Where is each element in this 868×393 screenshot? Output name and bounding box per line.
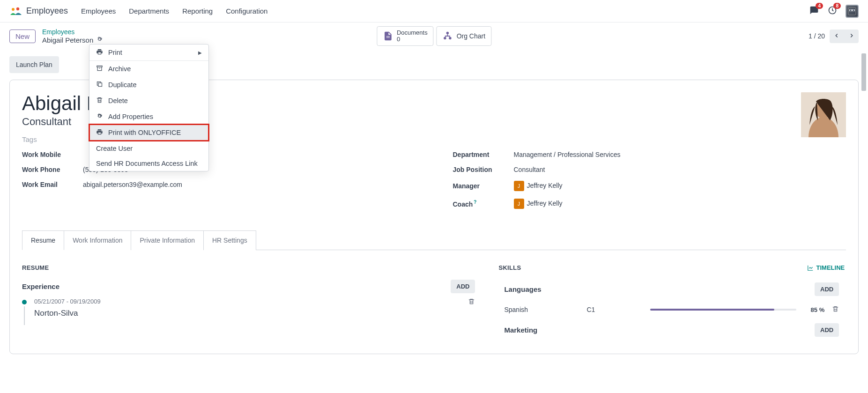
tab-hr-settings[interactable]: HR Settings	[203, 230, 256, 250]
app-title: Employees	[26, 6, 68, 16]
menu-create-user[interactable]: Create User	[89, 141, 208, 156]
orgchart-button[interactable]: Org Chart	[437, 26, 491, 46]
add-language-button[interactable]: ADD	[815, 282, 839, 296]
work-email-label: Work Email	[22, 181, 83, 188]
tab-work-information[interactable]: Work Information	[64, 230, 131, 250]
svg-rect-7	[97, 66, 102, 67]
breadcrumb-current: Abigail Peterson	[42, 36, 93, 44]
nav-employees[interactable]: Employees	[81, 7, 116, 15]
launch-plan-button[interactable]: Launch Plan	[9, 56, 59, 73]
resume-section-title: RESUME	[22, 264, 475, 271]
svg-point-11	[449, 37, 452, 40]
skill-percent: 85 %	[804, 306, 824, 313]
tab-resume[interactable]: Resume	[22, 230, 64, 250]
trash-icon	[96, 96, 104, 105]
menu-add-properties[interactable]: Add Properties	[89, 109, 208, 125]
svg-point-9	[446, 32, 449, 35]
pager-prev[interactable]	[830, 30, 844, 43]
skill-level: C1	[586, 306, 643, 313]
nav-departments[interactable]: Departments	[129, 7, 169, 15]
document-icon	[383, 31, 393, 41]
record-tabs: Resume Work Information Private Informat…	[22, 230, 846, 250]
print-icon	[96, 48, 104, 57]
work-email-value[interactable]: abigail.peterson39@example.com	[83, 181, 182, 188]
avatar-icon	[846, 6, 858, 17]
manager-value[interactable]: JJeffrey Kelly	[514, 181, 563, 191]
skill-name: Spanish	[504, 306, 579, 313]
department-value[interactable]: Management / Professional Services	[514, 151, 621, 158]
employees-logo-icon	[9, 7, 22, 16]
timeline-dot-icon	[22, 300, 27, 304]
activities-badge: 8	[833, 3, 841, 9]
svg-point-5	[853, 9, 854, 11]
skill-row[interactable]: Spanish C1 85 %	[498, 301, 845, 319]
documents-button[interactable]: Documents0	[377, 26, 434, 46]
svg-point-10	[444, 37, 446, 40]
manager-label: Manager	[453, 182, 514, 190]
delete-experience-button[interactable]	[468, 298, 475, 306]
nav-configuration[interactable]: Configuration	[226, 7, 267, 15]
orgchart-icon	[443, 31, 453, 41]
nav-reporting[interactable]: Reporting	[182, 7, 213, 15]
menu-send-hr-link[interactable]: Send HR Documents Access Link	[89, 156, 208, 171]
chevron-left-icon	[833, 32, 840, 39]
archive-icon	[96, 65, 104, 73]
chevron-right-icon: ▶	[198, 50, 202, 55]
menu-archive[interactable]: Archive	[89, 61, 208, 77]
topbar: Employees Employees Departments Reportin…	[0, 0, 868, 22]
messages-button[interactable]: 4	[809, 6, 819, 16]
jobposition-value[interactable]: Consultant	[514, 166, 545, 173]
avatar-icon: J	[514, 181, 524, 191]
timeline-link[interactable]: TIMELINE	[807, 264, 845, 271]
menu-print-onlyoffice[interactable]: Print with ONLYOFFICE	[89, 125, 208, 141]
menu-duplicate[interactable]: Duplicate	[89, 77, 208, 93]
messages-badge: 4	[816, 3, 823, 9]
trash-icon	[468, 298, 475, 305]
actions-dropdown: Print ▶ Archive Duplicate Delete Add Pro…	[89, 44, 209, 171]
tab-private-information[interactable]: Private Information	[131, 230, 204, 250]
svg-point-4	[850, 9, 852, 11]
add-marketing-button[interactable]: ADD	[815, 323, 839, 337]
gear-icon[interactable]	[96, 36, 103, 44]
activities-button[interactable]: 8	[828, 6, 837, 16]
pager-text: 1 / 20	[809, 32, 825, 40]
menu-print[interactable]: Print ▶	[89, 44, 208, 60]
breadcrumb: Employees Abigail Peterson	[42, 28, 103, 44]
chart-icon	[807, 265, 814, 271]
skill-category-marketing: Marketing	[504, 326, 537, 334]
gear-icon	[96, 112, 104, 121]
work-phone-label: Work Phone	[22, 166, 83, 173]
chevron-right-icon	[848, 32, 855, 39]
control-bar: New Employees Abigail Peterson Print ▶ A…	[0, 22, 868, 50]
coach-value[interactable]: JJeffrey Kelly	[514, 199, 563, 209]
department-label: Department	[453, 151, 514, 158]
scrollbar[interactable]	[861, 50, 867, 391]
skills-section-title: SKILLS	[498, 264, 521, 271]
coach-label: Coach?	[453, 200, 514, 208]
experience-item[interactable]: 05/21/2007 - 09/19/2009 Norton-Silva	[22, 298, 475, 318]
breadcrumb-parent[interactable]: Employees	[42, 28, 103, 36]
trash-icon	[832, 305, 839, 312]
user-avatar[interactable]	[846, 5, 859, 18]
print-icon	[96, 128, 104, 137]
skill-progress-bar	[650, 309, 796, 311]
new-button[interactable]: New	[9, 30, 36, 43]
duplicate-icon	[96, 81, 104, 89]
skill-category-languages: Languages	[504, 285, 541, 293]
pager-next[interactable]	[845, 30, 859, 43]
app-logo-title[interactable]: Employees	[9, 6, 68, 16]
work-mobile-label: Work Mobile	[22, 151, 83, 158]
svg-rect-8	[98, 83, 102, 87]
experience-dates: 05/21/2007 - 09/19/2009	[34, 298, 101, 305]
avatar-icon: J	[514, 199, 524, 209]
add-experience-button[interactable]: ADD	[451, 280, 475, 293]
help-icon[interactable]: ?	[474, 200, 476, 205]
employee-photo[interactable]	[801, 92, 846, 137]
svg-point-1	[16, 7, 19, 10]
experience-heading: Experience	[22, 282, 59, 290]
svg-point-0	[12, 8, 15, 11]
top-navigation: Employees Departments Reporting Configur…	[81, 7, 267, 15]
photo-placeholder-icon	[801, 92, 846, 137]
delete-skill-button[interactable]	[832, 305, 839, 314]
menu-delete[interactable]: Delete	[89, 93, 208, 109]
